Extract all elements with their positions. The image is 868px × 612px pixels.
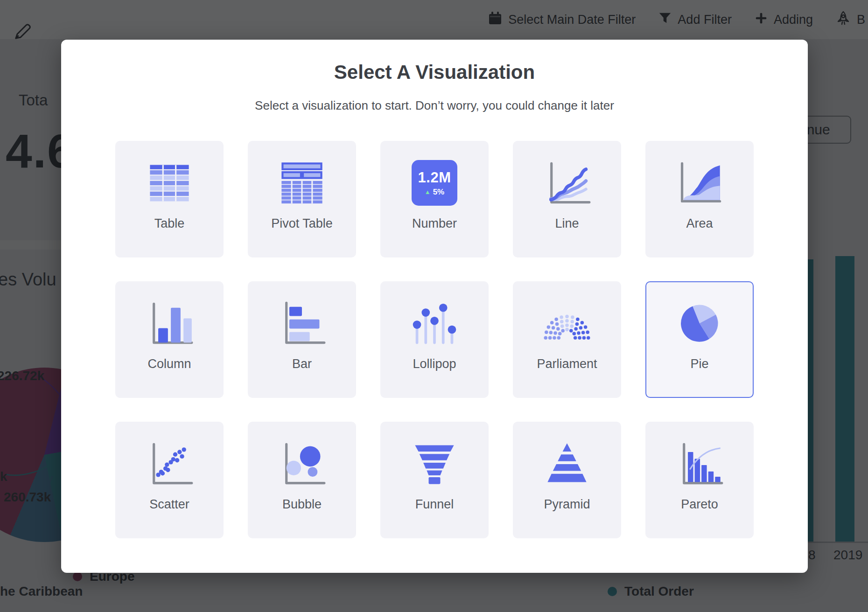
viz-tile-pyramid[interactable]: Pyramid xyxy=(513,422,621,538)
tile-label: Bubble xyxy=(282,497,322,512)
viz-tile-lollipop[interactable]: Lollipop xyxy=(380,281,489,398)
viz-tile-table[interactable]: Table xyxy=(115,141,224,257)
number-kpi-icon: 1.2M ▲ 5% xyxy=(410,159,459,207)
tile-label: Pyramid xyxy=(544,497,590,512)
pyramid-chart-icon xyxy=(543,439,591,488)
tile-label: Lollipop xyxy=(413,357,456,371)
tile-label: Area xyxy=(686,216,713,231)
dashboard-app: Select Main Date Filter Add Filter Addin… xyxy=(0,0,868,612)
modal-subtitle: Select a visualization to start. Don’t w… xyxy=(61,98,808,113)
viz-tile-line[interactable]: Line xyxy=(513,141,621,257)
column-chart-icon xyxy=(145,299,194,348)
up-triangle-icon: ▲ xyxy=(425,188,431,195)
viz-tile-pareto[interactable]: Pareto xyxy=(645,422,754,538)
table-chart-icon xyxy=(145,159,194,207)
number-icon-delta: 5% xyxy=(433,188,445,197)
line-chart-icon xyxy=(543,159,591,207)
tile-label: Pivot Table xyxy=(271,216,333,231)
viz-tile-column[interactable]: Column xyxy=(115,281,224,398)
tile-label: Parliament xyxy=(537,357,597,371)
pivot-table-icon xyxy=(278,159,326,207)
scatter-chart-icon xyxy=(145,439,194,488)
viz-tile-bubble[interactable]: Bubble xyxy=(248,422,356,538)
tile-label: Line xyxy=(555,216,579,231)
viz-tile-pie[interactable]: Pie xyxy=(645,281,754,398)
viz-tile-area[interactable]: Area xyxy=(645,141,754,257)
tile-label: Column xyxy=(147,357,191,371)
visualization-grid: Table xyxy=(115,141,754,538)
pareto-chart-icon xyxy=(675,439,724,488)
bar-chart-icon xyxy=(278,299,326,348)
bubble-chart-icon xyxy=(278,439,326,488)
parliament-chart-icon xyxy=(543,299,591,348)
select-visualization-modal: Select A Visualization Select a visualiz… xyxy=(61,40,808,573)
viz-tile-funnel[interactable]: Funnel xyxy=(380,422,489,538)
tile-label: Funnel xyxy=(415,497,454,512)
viz-tile-scatter[interactable]: Scatter xyxy=(115,422,224,538)
tile-label: Number xyxy=(412,216,457,231)
viz-tile-bar[interactable]: Bar xyxy=(248,281,356,398)
tile-label: Scatter xyxy=(149,497,189,512)
tile-label: Pareto xyxy=(681,497,718,512)
funnel-chart-icon xyxy=(410,439,459,488)
viz-tile-number[interactable]: 1.2M ▲ 5% Number xyxy=(380,141,489,257)
lollipop-chart-icon xyxy=(410,299,459,348)
tile-label: Pie xyxy=(690,357,708,371)
area-chart-icon xyxy=(675,159,724,207)
viz-tile-pivot-table[interactable]: Pivot Table xyxy=(248,141,356,257)
viz-tile-parliament[interactable]: Parliament xyxy=(513,281,621,398)
number-icon-value: 1.2M xyxy=(418,169,451,186)
tile-label: Table xyxy=(154,216,185,231)
tile-label: Bar xyxy=(292,357,312,371)
pie-chart-icon xyxy=(675,299,724,348)
modal-title: Select A Visualization xyxy=(61,61,808,83)
